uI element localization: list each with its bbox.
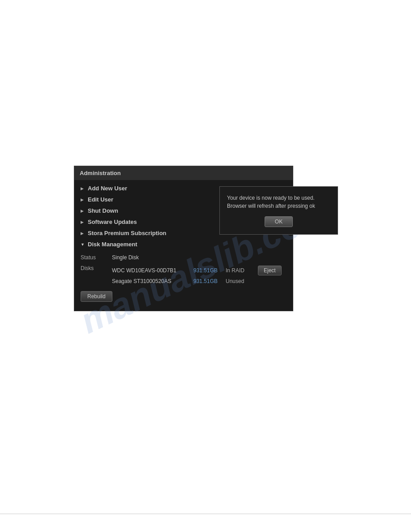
arrow-icon-add-new-user: ▶ — [81, 186, 85, 191]
arrow-icon-disk-management: ▼ — [81, 242, 85, 247]
arrow-icon-shut-down: ▶ — [81, 209, 85, 213]
disk-name-1: Seagate ST31000520AS — [112, 278, 188, 284]
dialog: Your device is now ready to be used. Bro… — [219, 186, 338, 235]
status-row: Status Single Disk — [81, 253, 287, 262]
disks-content: WDC WD10EAVS-00D7B1 931.51GB In RAID Eje… — [112, 264, 287, 286]
disk-status-0: In RAID — [226, 267, 253, 274]
disks-row: Disks WDC WD10EAVS-00D7B1 931.51GB In RA… — [81, 262, 287, 287]
dialog-message: Your device is now ready to be used. Bro… — [227, 194, 330, 210]
disk-status-1: Unused — [226, 278, 253, 284]
menu-label-shut-down: Shut Down — [88, 207, 118, 214]
menu-label-edit-user: Edit User — [88, 196, 113, 203]
disk-entry-0: WDC WD10EAVS-00D7B1 931.51GB In RAID Eje… — [112, 264, 287, 277]
admin-panel-title: Administration — [74, 166, 293, 180]
disks-label: Disks — [81, 264, 112, 271]
disk-entry-1: Seagate ST31000520AS 931.51GB Unused — [112, 277, 287, 286]
disk-size-0: 931.51GB — [193, 267, 220, 274]
dialog-ok-button[interactable]: OK — [265, 216, 293, 227]
status-label: Status — [81, 254, 112, 261]
eject-button-0[interactable]: Eject — [258, 266, 282, 275]
status-value: Single Disk — [112, 254, 139, 261]
disk-name-0: WDC WD10EAVS-00D7B1 — [112, 267, 188, 274]
menu-label-software-updates: Software Updates — [88, 219, 137, 225]
menu-label-add-new-user: Add New User — [88, 185, 127, 192]
arrow-icon-software-updates: ▶ — [81, 220, 85, 224]
arrow-icon-stora-premium: ▶ — [81, 231, 85, 236]
menu-label-stora-premium: Stora Premium Subscription — [88, 230, 167, 236]
bottom-line — [0, 514, 411, 514]
rebuild-button[interactable]: Rebuild — [81, 291, 112, 302]
disk-management-content: Status Single Disk Disks WDC WD10EAVS-00… — [74, 250, 293, 308]
menu-label-disk-management: Disk Management — [88, 241, 137, 248]
arrow-icon-edit-user: ▶ — [81, 197, 85, 202]
menu-item-disk-management[interactable]: ▼ Disk Management — [74, 239, 293, 250]
disk-size-1: 931.51GB — [193, 278, 220, 284]
